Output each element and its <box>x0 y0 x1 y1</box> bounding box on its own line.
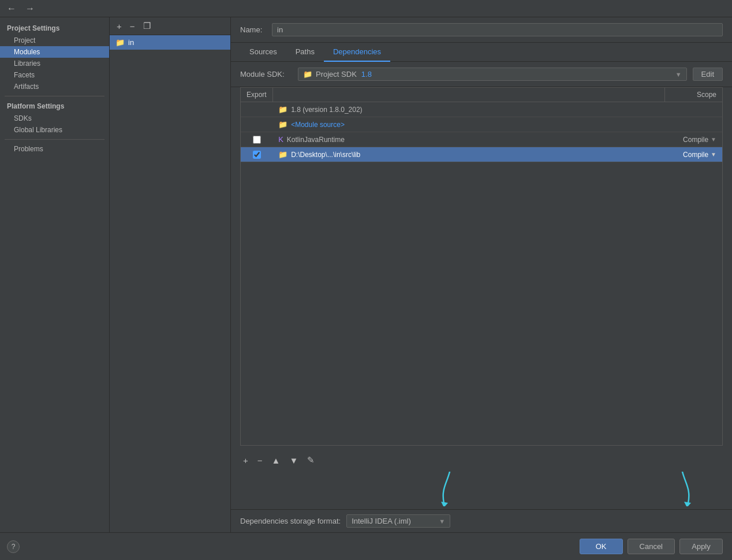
main-layout: Project Settings Project Modules Librari… <box>0 17 732 532</box>
storage-format-row: Dependencies storage format: IntelliJ ID… <box>231 509 732 532</box>
top-toolbar: ← → <box>0 0 732 17</box>
deps-table-wrapper: Export Scope <box>240 87 723 446</box>
sidebar-item-sdks[interactable]: SDKs <box>0 113 109 124</box>
dep-name-link: <Module source> <box>291 121 345 129</box>
storage-dropdown-arrow-icon: ▼ <box>439 518 445 525</box>
deps-table: Export Scope <box>241 88 722 162</box>
dep-name-cell: 📁 1.8 (version 1.8.0_202) <box>272 102 664 117</box>
sidebar-item-global-libraries[interactable]: Global Libraries <box>0 124 109 136</box>
dep-name-text: KotlinJavaRuntime <box>287 136 345 144</box>
sidebar-item-modules[interactable]: Modules <box>0 46 109 58</box>
sidebar-divider-2 <box>5 139 104 140</box>
scope-value: Compile <box>683 136 708 144</box>
module-remove-button[interactable]: − <box>128 20 137 32</box>
sdk-name: Project SDK <box>316 70 357 79</box>
sidebar-item-project[interactable]: Project <box>0 35 109 46</box>
ok-button[interactable]: OK <box>580 539 623 554</box>
module-list-toolbar: + − ❐ <box>110 17 230 35</box>
scope-value: Compile <box>683 151 708 159</box>
export-cell <box>241 117 272 132</box>
arrow-annotation-left <box>435 472 464 506</box>
svg-marker-1 <box>684 502 691 506</box>
table-row[interactable]: K KotlinJavaRuntime Compile ▼ <box>241 132 722 147</box>
sidebar-item-problems[interactable]: Problems <box>0 143 109 155</box>
scope-cell <box>664 102 722 117</box>
svg-marker-0 <box>441 502 448 506</box>
annotation-area <box>231 469 732 509</box>
sdk-dropdown-arrow-icon: ▼ <box>675 71 682 78</box>
module-add-button[interactable]: + <box>114 20 124 32</box>
dep-folder-icon: 📁 <box>278 150 287 159</box>
table-row[interactable]: 📁 D:\Desktop\...\in\src\lib Compile ▼ <box>241 147 722 162</box>
tab-dependencies[interactable]: Dependencies <box>324 43 390 62</box>
help-button[interactable]: ? <box>7 540 20 553</box>
name-input[interactable] <box>272 23 723 36</box>
export-checkbox[interactable] <box>253 151 261 159</box>
cancel-button[interactable]: Cancel <box>628 539 675 554</box>
deps-bottom-toolbar: + − ▲ ▼ ✎ <box>231 451 732 469</box>
dialog-footer: OK Cancel Apply <box>0 532 732 560</box>
sdk-row: Module SDK: 📁 Project SDK 1.8 ▼ Edit <box>231 62 732 87</box>
dep-up-button[interactable]: ▲ <box>269 454 283 466</box>
module-panel: + − ❐ 📁 in <box>110 17 231 532</box>
scope-cell <box>664 117 722 132</box>
dep-name-cell: 📁 <Module source> <box>272 117 664 132</box>
dep-name-cell: 📁 D:\Desktop\...\in\src\lib <box>272 147 664 162</box>
name-label: Name: <box>240 25 266 34</box>
sdk-select-text: 📁 Project SDK 1.8 <box>303 70 675 79</box>
sdk-label: Module SDK: <box>240 70 292 79</box>
storage-format-value: IntelliJ IDEA (.iml) <box>352 517 435 525</box>
sdk-folder-icon: 📁 <box>303 70 312 79</box>
content-area: Name: Sources Paths Dependencies Module … <box>231 17 732 532</box>
scope-dropdown-arrow-icon[interactable]: ▼ <box>711 136 716 143</box>
storage-format-label: Dependencies storage format: <box>240 517 341 525</box>
tab-paths[interactable]: Paths <box>286 43 324 62</box>
scope-cell[interactable]: Compile ▼ <box>664 147 722 162</box>
export-cell <box>241 102 272 117</box>
apply-button[interactable]: Apply <box>679 539 723 554</box>
dep-name-text: D:\Desktop\...\in\src\lib <box>291 151 360 159</box>
name-bar: Name: <box>231 17 732 43</box>
sidebar-item-facets[interactable]: Facets <box>0 69 109 81</box>
sidebar-item-libraries[interactable]: Libraries <box>0 58 109 69</box>
deps-content: Module SDK: 📁 Project SDK 1.8 ▼ Edit <box>231 62 732 532</box>
sdk-edit-button[interactable]: Edit <box>693 68 723 81</box>
export-cell <box>241 132 272 147</box>
col-export-header: Export <box>241 88 272 102</box>
dep-remove-button[interactable]: − <box>255 454 266 466</box>
col-name-header <box>272 88 664 102</box>
dep-folder-icon: 📁 <box>278 120 287 129</box>
storage-format-select[interactable]: IntelliJ IDEA (.iml) ▼ <box>346 514 450 528</box>
module-list: 📁 in <box>110 35 230 532</box>
tab-sources[interactable]: Sources <box>240 43 286 62</box>
scope-cell[interactable]: Compile ▼ <box>664 132 722 147</box>
dep-name-text: 1.8 (version 1.8.0_202) <box>291 106 362 114</box>
sidebar: Project Settings Project Modules Librari… <box>0 17 110 532</box>
dep-edit-button[interactable]: ✎ <box>304 454 318 466</box>
sidebar-item-artifacts[interactable]: Artifacts <box>0 81 109 92</box>
module-copy-button[interactable]: ❐ <box>141 20 153 32</box>
nav-forward-button[interactable]: → <box>23 3 37 14</box>
export-cell <box>241 147 272 162</box>
table-row[interactable]: 📁 1.8 (version 1.8.0_202) <box>241 102 722 117</box>
dep-name-cell: K KotlinJavaRuntime <box>272 132 664 147</box>
dep-down-button[interactable]: ▼ <box>286 454 301 466</box>
table-header-row: Export Scope <box>241 88 722 102</box>
table-row[interactable]: 📁 <Module source> <box>241 117 722 132</box>
tabs-bar: Sources Paths Dependencies <box>231 43 732 62</box>
dep-folder-icon: 📁 <box>278 105 287 114</box>
arrow-annotation-right <box>668 472 697 506</box>
sidebar-divider <box>5 96 104 96</box>
export-checkbox[interactable] <box>253 136 261 144</box>
nav-back-button[interactable]: ← <box>5 3 18 14</box>
sdk-version: 1.8 <box>361 70 372 79</box>
dep-add-button[interactable]: + <box>240 454 251 466</box>
scope-dropdown-arrow-icon[interactable]: ▼ <box>711 151 716 158</box>
dep-kotlin-icon: K <box>278 135 283 144</box>
platform-settings-header: Platform Settings <box>0 100 109 113</box>
sdk-select[interactable]: 📁 Project SDK 1.8 ▼ <box>298 68 687 81</box>
col-scope-header: Scope <box>664 88 722 102</box>
module-list-item[interactable]: 📁 in <box>110 35 230 50</box>
project-settings-header: Project Settings <box>0 22 109 35</box>
module-folder-icon: 📁 <box>115 38 125 47</box>
